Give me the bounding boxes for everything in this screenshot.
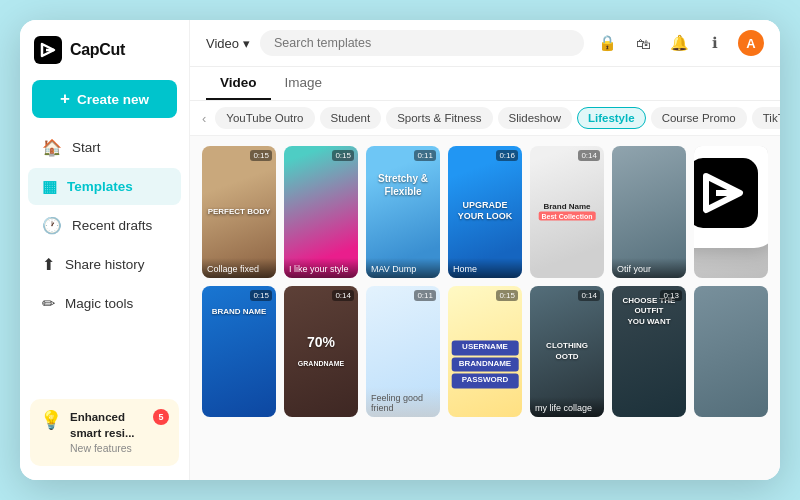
nav-item-templates-label: Templates xyxy=(67,179,133,194)
template-grid-wrapper: PERFECT BODY 0:15 Collage fixed 0:15 I l… xyxy=(190,136,780,480)
card-duration-1: 0:15 xyxy=(250,150,272,161)
sidebar: CapCut + Create new 🏠 Start ▦ Templates … xyxy=(20,20,190,480)
card-label-4: Home xyxy=(448,258,522,278)
app-window: CapCut + Create new 🏠 Start ▦ Templates … xyxy=(20,20,780,480)
card-duration-13: 0:13 xyxy=(660,290,682,301)
card-label-12: my life collage xyxy=(530,397,604,417)
capcut-big-logo xyxy=(694,158,758,228)
filter-tiktok[interactable]: TikTok xyxy=(752,107,780,129)
template-card-6[interactable]: Otif your xyxy=(612,146,686,278)
filter-slideshow[interactable]: Slideshow xyxy=(498,107,572,129)
clock-icon: 🕐 xyxy=(42,216,62,235)
sidebar-item-recent-drafts[interactable]: 🕐 Recent drafts xyxy=(28,207,181,244)
home-icon: 🏠 xyxy=(42,138,62,157)
template-card-3[interactable]: Stretchy &Flexible 0:11 MAV Dump xyxy=(366,146,440,278)
card-label-3: MAV Dump xyxy=(366,258,440,278)
smart-resi-card[interactable]: 💡 Enhanced smart resi... New features 5 xyxy=(30,399,179,466)
template-card-8[interactable]: BRAND NAME 0:15 xyxy=(202,286,276,418)
avatar[interactable]: A xyxy=(738,30,764,56)
filter-lifestyle[interactable]: Lifestyle xyxy=(577,107,646,129)
template-card-11[interactable]: USERNAME BRANDNAME PASSWORD 0:15 xyxy=(448,286,522,418)
card-inner-text-11: USERNAME BRANDNAME PASSWORD xyxy=(452,341,519,388)
nav-item-magic-label: Magic tools xyxy=(65,296,133,311)
template-grid: PERFECT BODY 0:15 Collage fixed 0:15 I l… xyxy=(202,146,768,417)
card-inner-text-5: Brand NameBest Collection xyxy=(534,201,601,222)
sidebar-item-templates[interactable]: ▦ Templates xyxy=(28,168,181,205)
card-label-2: I like your style xyxy=(284,258,358,278)
card-inner-text-4: UPGRADEYOUR LOOK xyxy=(452,200,519,223)
card-duration-9: 0:14 xyxy=(332,290,354,301)
nav-item-share-label: Share history xyxy=(65,257,145,272)
plus-icon: + xyxy=(60,89,70,109)
sidebar-logo: CapCut xyxy=(20,20,189,76)
capcut-logo-icon xyxy=(34,36,62,64)
sidebar-item-start[interactable]: 🏠 Start xyxy=(28,129,181,166)
template-card-9[interactable]: 70%GRANDNAME 0:14 xyxy=(284,286,358,418)
top-bar-icons: 🔒 🛍 🔔 ℹ A xyxy=(594,30,764,56)
card-duration-8: 0:15 xyxy=(250,290,272,301)
sidebar-bottom: 💡 Enhanced smart resi... New features 5 xyxy=(20,389,189,480)
card-inner-text-13: CHOOSE THE OUTFITYOU WANT xyxy=(616,296,683,327)
filter-row: ‹ YouTube Outro Student Sports & Fitness… xyxy=(190,101,780,136)
lock-icon[interactable]: 🔒 xyxy=(594,30,620,56)
card-inner-text-8: BRAND NAME xyxy=(206,307,273,317)
card-inner-text-9: 70%GRANDNAME xyxy=(288,333,355,369)
create-new-label: Create new xyxy=(77,92,149,107)
template-card-12[interactable]: CLOTHINGOOTD 0:14 my life collage xyxy=(530,286,604,418)
nav-item-drafts-label: Recent drafts xyxy=(72,218,152,233)
template-card-13[interactable]: CHOOSE THE OUTFITYOU WANT 0:13 xyxy=(612,286,686,418)
filter-youtube-outro[interactable]: YouTube Outro xyxy=(215,107,314,129)
template-card-7[interactable] xyxy=(694,146,768,278)
capcut-overlay xyxy=(694,146,768,248)
smart-resi-subtitle: New features xyxy=(70,441,145,456)
card-label-6: Otif your xyxy=(612,258,686,278)
filter-sports[interactable]: Sports & Fitness xyxy=(386,107,492,129)
template-card-2[interactable]: 0:15 I like your style xyxy=(284,146,358,278)
main-content: Video ▾ 🔒 🛍 🔔 ℹ A Video Image ‹ YouTube … xyxy=(190,20,780,480)
filter-prev-arrow[interactable]: ‹ xyxy=(198,111,210,126)
filter-course-promo[interactable]: Course Promo xyxy=(651,107,747,129)
templates-icon: ▦ xyxy=(42,177,57,196)
logo-text: CapCut xyxy=(70,41,125,59)
video-dropdown[interactable]: Video ▾ xyxy=(206,36,250,51)
create-new-button[interactable]: + Create new xyxy=(32,80,177,118)
tab-image[interactable]: Image xyxy=(271,67,337,100)
card-label-10: Feeling good friend xyxy=(366,387,440,417)
card-duration-11: 0:15 xyxy=(496,290,518,301)
card-duration-12: 0:14 xyxy=(578,290,600,301)
filter-student[interactable]: Student xyxy=(320,107,382,129)
card-label-1: Collage fixed xyxy=(202,258,276,278)
top-bar: Video ▾ 🔒 🛍 🔔 ℹ A xyxy=(190,20,780,67)
card-inner-text-12: CLOTHINGOOTD xyxy=(534,341,601,362)
card-duration-3: 0:11 xyxy=(414,150,436,161)
smart-resi-title: Enhanced smart resi... xyxy=(70,409,145,441)
template-card-10[interactable]: 0:11 Feeling good friend xyxy=(366,286,440,418)
sidebar-item-magic-tools[interactable]: ✏ Magic tools xyxy=(28,285,181,322)
card-duration-5: 0:14 xyxy=(578,150,600,161)
video-dropdown-label: Video xyxy=(206,36,239,51)
card-duration-4: 0:16 xyxy=(496,150,518,161)
template-card-4[interactable]: UPGRADEYOUR LOOK 0:16 Home xyxy=(448,146,522,278)
template-card-14[interactable] xyxy=(694,286,768,418)
card-duration-2: 0:15 xyxy=(332,150,354,161)
card-inner-text-1: PERFECT BODY xyxy=(206,207,273,217)
chevron-down-icon: ▾ xyxy=(243,36,250,51)
share-icon: ⬆ xyxy=(42,255,55,274)
tabs-row: Video Image xyxy=(190,67,780,101)
smart-resi-text: Enhanced smart resi... New features xyxy=(70,409,145,456)
bag-icon[interactable]: 🛍 xyxy=(630,30,656,56)
card-inner-text-3: Stretchy &Flexible xyxy=(370,172,437,198)
lightbulb-icon: 💡 xyxy=(40,409,62,431)
sidebar-item-share-history[interactable]: ⬆ Share history xyxy=(28,246,181,283)
search-input[interactable] xyxy=(260,30,584,56)
template-card-1[interactable]: PERFECT BODY 0:15 Collage fixed xyxy=(202,146,276,278)
tab-video[interactable]: Video xyxy=(206,67,271,100)
template-card-5[interactable]: Brand NameBest Collection 0:14 xyxy=(530,146,604,278)
nav-item-start-label: Start xyxy=(72,140,101,155)
info-icon[interactable]: ℹ xyxy=(702,30,728,56)
card-duration-10: 0:11 xyxy=(414,290,436,301)
bell-icon[interactable]: 🔔 xyxy=(666,30,692,56)
notification-badge: 5 xyxy=(153,409,169,425)
magic-icon: ✏ xyxy=(42,294,55,313)
